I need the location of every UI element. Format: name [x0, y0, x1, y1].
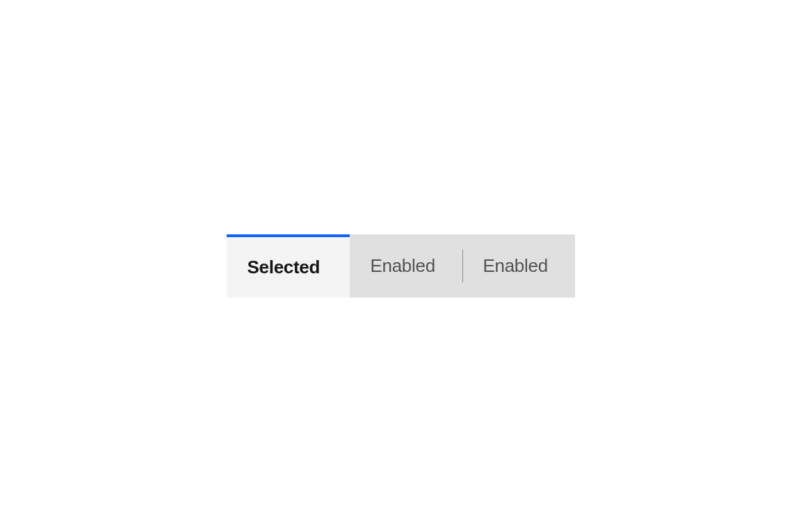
tab-label: Enabled: [371, 255, 435, 277]
tab-group: Selected Enabled Enabled: [227, 234, 575, 298]
tab-enabled-1[interactable]: Enabled: [350, 234, 462, 298]
tab-selected[interactable]: Selected: [227, 234, 350, 298]
tab-enabled-2[interactable]: Enabled: [462, 234, 575, 298]
tab-label: Selected: [248, 257, 321, 278]
tab-label: Enabled: [483, 255, 548, 277]
